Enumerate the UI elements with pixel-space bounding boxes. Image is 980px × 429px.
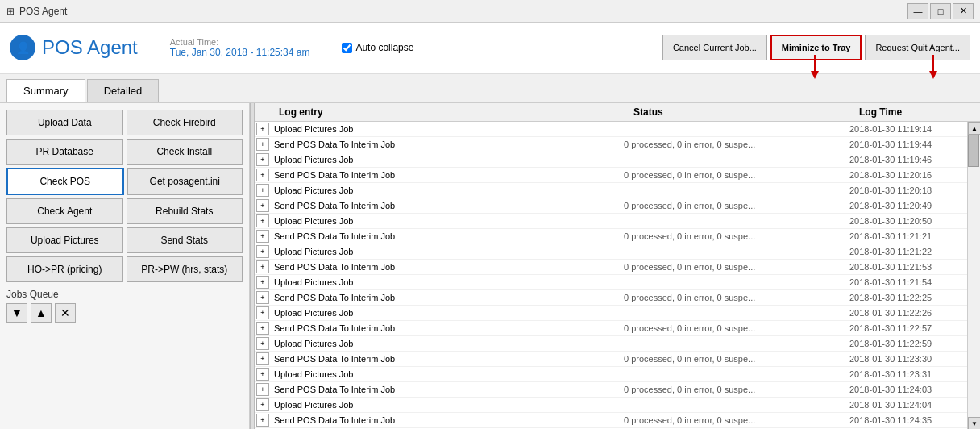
log-status-text (621, 128, 846, 130)
app-icon: 👤 (10, 35, 35, 60)
send-stats-button[interactable]: Send Stats (127, 227, 243, 253)
upload-pictures-button[interactable]: Upload Pictures (6, 227, 123, 253)
get-posagent-button[interactable]: Get posagent.ini (127, 168, 243, 195)
ho-pr-pricing-button[interactable]: HO->PR (pricing) (6, 256, 123, 282)
log-row[interactable]: + Send POS Data To Interim Job 0 process… (255, 137, 967, 152)
check-firebird-button[interactable]: Check Firebird (127, 110, 243, 135)
btn-row-1: Upload Data Check Firebird (6, 110, 243, 135)
log-row[interactable]: + Upload Pictures Job 2018-01-30 11:20:5… (255, 214, 967, 229)
log-expand-icon[interactable]: + (256, 337, 269, 350)
log-time-text: 2018-01-30 11:22:57 (846, 323, 967, 334)
log-col-time-header: Log Time (856, 105, 977, 119)
queue-remove-button[interactable]: ✕ (55, 303, 76, 323)
log-expand-icon[interactable]: + (256, 230, 269, 243)
log-expand-icon[interactable]: + (256, 153, 269, 166)
log-expand-icon[interactable]: + (256, 245, 269, 258)
log-status-text: 0 processed, 0 in error, 0 suspe... (621, 384, 846, 395)
log-row[interactable]: + Upload Pictures Job 2018-01-30 11:24:0… (255, 398, 967, 413)
log-time-text: 2018-01-30 11:19:46 (846, 154, 967, 165)
btn-row-5: Upload Pictures Send Stats (6, 227, 243, 253)
log-row[interactable]: + Upload Pictures Job 2018-01-30 11:19:1… (255, 122, 967, 137)
log-row[interactable]: + Upload Pictures Job 2018-01-30 11:21:2… (255, 244, 967, 260)
log-entry-text: Upload Pictures Job (271, 246, 621, 257)
tab-detailed[interactable]: Detailed (87, 79, 160, 102)
log-expand-icon[interactable]: + (256, 276, 269, 289)
log-status-text (621, 312, 846, 314)
cancel-job-button[interactable]: Cancel Current Job... (662, 35, 767, 60)
log-entry-text: Send POS Data To Interim Job (271, 414, 621, 426)
log-row[interactable]: + Send POS Data To Interim Job 0 process… (255, 260, 967, 275)
check-pos-button[interactable]: Check POS (6, 168, 124, 195)
log-col-status-header: Status (630, 105, 856, 119)
restore-window-button[interactable]: □ (930, 3, 951, 19)
scrollbar[interactable]: ▲ ▼ (967, 122, 980, 429)
rebuild-stats-button[interactable]: Rebuild Stats (127, 198, 243, 224)
pr-pw-hrs-button[interactable]: PR->PW (hrs, stats) (127, 256, 243, 282)
log-expand-icon[interactable]: + (256, 291, 269, 304)
log-row[interactable]: + Send POS Data To Interim Job 0 process… (255, 290, 967, 306)
log-row[interactable]: + Send POS Data To Interim Job 0 process… (255, 168, 967, 183)
log-status-text: 0 processed, 0 in error, 0 suspe... (621, 231, 846, 242)
request-quit-button[interactable]: Request Quit Agent... (865, 35, 970, 60)
tab-summary[interactable]: Summary (6, 79, 85, 102)
log-status-text (621, 343, 846, 344)
log-row[interactable]: + Upload Pictures Job 2018-01-30 11:20:1… (255, 183, 967, 198)
log-row[interactable]: + Send POS Data To Interim Job 0 process… (255, 229, 967, 244)
log-status-text (621, 220, 846, 222)
scroll-thumb-track (968, 135, 980, 417)
upload-data-button[interactable]: Upload Data (6, 110, 123, 135)
pr-database-button[interactable]: PR Database (6, 139, 123, 165)
log-row[interactable]: + Send POS Data To Interim Job 0 process… (255, 382, 967, 398)
scroll-up-button[interactable]: ▲ (968, 122, 980, 135)
log-expand-icon[interactable]: + (256, 260, 269, 273)
title-bar: ⊞ POS Agent — □ ✕ (0, 0, 980, 23)
log-row[interactable]: + Upload Pictures Job 2018-01-30 11:19:4… (255, 152, 967, 168)
btn-row-4: Check Agent Rebuild Stats (6, 198, 243, 224)
check-install-button[interactable]: Check Install (127, 139, 243, 165)
log-expand-icon[interactable]: + (256, 352, 269, 365)
log-entry-text: Upload Pictures Job (271, 369, 621, 380)
log-row[interactable]: + Upload Pictures Job 2018-01-30 11:21:5… (255, 275, 967, 290)
log-row[interactable]: + Send POS Data To Interim Job 0 process… (255, 352, 967, 367)
log-entry-text: Upload Pictures Job (271, 338, 621, 349)
log-time-text: 2018-01-30 11:24:03 (846, 384, 967, 395)
check-agent-button[interactable]: Check Agent (6, 198, 123, 224)
minimize-window-button[interactable]: — (907, 3, 928, 19)
auto-collapse-toggle[interactable]: Auto collapse (342, 42, 413, 53)
log-row[interactable]: + Send POS Data To Interim Job 0 process… (255, 198, 967, 214)
log-entry-text: Upload Pictures Job (271, 185, 621, 196)
log-status-text (621, 373, 846, 375)
log-time-text: 2018-01-30 11:23:31 (846, 369, 967, 380)
log-expand-icon[interactable]: + (256, 184, 269, 197)
log-row[interactable]: + Send POS Data To Interim Job 0 process… (255, 413, 967, 428)
log-expand-icon[interactable]: + (256, 123, 269, 135)
queue-down-button[interactable]: ▼ (6, 303, 27, 323)
log-row[interactable]: + Upload Pictures Job 2018-01-30 11:22:5… (255, 336, 967, 352)
log-status-text: 0 processed, 0 in error, 0 suspe... (621, 200, 846, 211)
log-status-text (621, 404, 846, 406)
log-expand-icon[interactable]: + (256, 214, 269, 227)
log-expand-icon[interactable]: + (256, 414, 269, 427)
log-row[interactable]: + Upload Pictures Job 2018-01-30 11:23:3… (255, 367, 967, 382)
log-row[interactable]: + Send POS Data To Interim Job 0 process… (255, 321, 967, 336)
log-expand-icon[interactable]: + (256, 368, 269, 381)
log-expand-icon[interactable]: + (256, 398, 269, 411)
log-expand-icon[interactable]: + (256, 306, 269, 319)
log-entry-text: Send POS Data To Interim Job (271, 261, 621, 273)
log-status-text: 0 processed, 0 in error, 0 suspe... (621, 169, 846, 181)
log-entry-text: Send POS Data To Interim Job (271, 231, 621, 242)
log-expand-icon[interactable]: + (256, 169, 269, 181)
minimize-tray-button[interactable]: Miminize to Tray (770, 35, 862, 60)
queue-up-button[interactable]: ▲ (31, 303, 52, 323)
auto-collapse-checkbox[interactable] (342, 43, 352, 53)
log-entry-text: Upload Pictures Job (271, 154, 621, 165)
log-expand-icon[interactable]: + (256, 383, 269, 396)
close-window-button[interactable]: ✕ (953, 3, 974, 19)
log-expand-icon[interactable]: + (256, 138, 269, 151)
log-body[interactable]: + Upload Pictures Job 2018-01-30 11:19:1… (255, 122, 967, 429)
log-expand-icon[interactable]: + (256, 199, 269, 212)
log-expand-icon[interactable]: + (256, 322, 269, 335)
scroll-down-button[interactable]: ▼ (968, 417, 980, 429)
scroll-handle[interactable] (968, 135, 979, 167)
log-row[interactable]: + Upload Pictures Job 2018-01-30 11:22:2… (255, 306, 967, 321)
